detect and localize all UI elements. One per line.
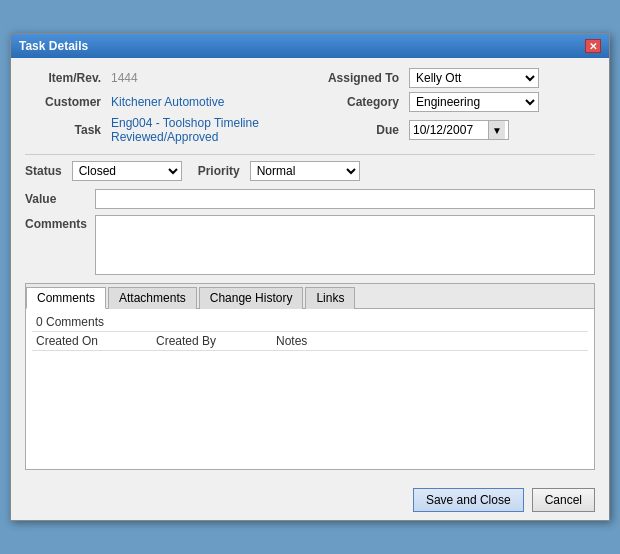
comments-row: Comments [25, 215, 595, 275]
status-row: Status Closed Open In Progress Priority … [25, 161, 595, 181]
item-value: 1444 [111, 71, 297, 85]
comments-table-header: Created On Created By Notes [32, 332, 588, 351]
category-field: Engineering [409, 92, 595, 112]
calendar-icon[interactable]: ▼ [488, 121, 505, 139]
close-button[interactable]: ✕ [585, 39, 601, 53]
due-date-value: 10/12/2007 [413, 123, 486, 137]
task-label: Task [25, 123, 105, 137]
category-label: Category [303, 95, 403, 109]
comments-label: Comments [25, 215, 95, 231]
priority-select[interactable]: Normal Low High [250, 161, 360, 181]
dialog-footer: Save and Close Cancel [11, 480, 609, 520]
save-and-close-button[interactable]: Save and Close [413, 488, 524, 512]
task-value[interactable]: Eng004 - Toolshop Timeline Reviewed/Appr… [111, 116, 297, 144]
assigned-to-label: Assigned To [303, 71, 403, 85]
status-group: Status Closed Open In Progress [25, 161, 182, 181]
value-input[interactable] [95, 189, 595, 209]
customer-label: Customer [25, 95, 105, 109]
title-bar: Task Details ✕ [11, 34, 609, 58]
category-select[interactable]: Engineering [409, 92, 539, 112]
assigned-to-select[interactable]: Kelly Ott [409, 68, 539, 88]
due-label: Due [303, 123, 403, 137]
due-date-field: 10/12/2007 ▼ [409, 120, 509, 140]
notes-header: Notes [276, 334, 584, 348]
customer-value[interactable]: Kitchener Automotive [111, 95, 297, 109]
tabs-container: Comments Attachments Change History Link… [25, 283, 595, 470]
value-row: Value [25, 189, 595, 209]
created-by-header: Created By [156, 334, 276, 348]
divider [25, 154, 595, 155]
item-label: Item/Rev. [25, 71, 105, 85]
cancel-button[interactable]: Cancel [532, 488, 595, 512]
tab-change-history[interactable]: Change History [199, 287, 304, 309]
tab-links[interactable]: Links [305, 287, 355, 309]
tab-comments[interactable]: Comments [26, 287, 106, 309]
info-grid: Item/Rev. 1444 Assigned To Kelly Ott Cus… [25, 68, 595, 144]
dialog-body: Item/Rev. 1444 Assigned To Kelly Ott Cus… [11, 58, 609, 480]
comments-textarea[interactable] [95, 215, 595, 275]
dialog-title: Task Details [19, 39, 88, 53]
task-details-dialog: Task Details ✕ Item/Rev. 1444 Assigned T… [10, 33, 610, 521]
status-select[interactable]: Closed Open In Progress [72, 161, 182, 181]
created-on-header: Created On [36, 334, 156, 348]
status-label: Status [25, 164, 66, 178]
comments-count: 0 Comments [32, 313, 588, 332]
value-label: Value [25, 192, 95, 206]
tab-attachments[interactable]: Attachments [108, 287, 197, 309]
priority-label: Priority [198, 164, 244, 178]
tab-content-comments: 0 Comments Created On Created By Notes [26, 309, 594, 469]
priority-group: Priority Normal Low High [198, 161, 360, 181]
assigned-to-field: Kelly Ott [409, 68, 595, 88]
tab-bar: Comments Attachments Change History Link… [26, 284, 594, 309]
